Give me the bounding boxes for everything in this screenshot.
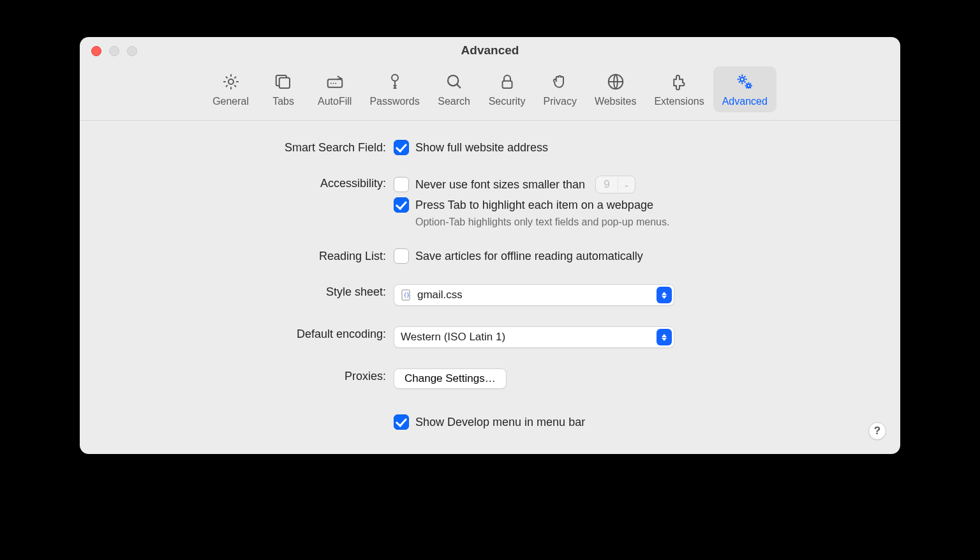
- window-title: Advanced: [80, 37, 900, 57]
- tab-label: Passwords: [369, 96, 419, 107]
- tab-websites[interactable]: Websites: [586, 66, 646, 112]
- checkbox-label: Press Tab to highlight each item on a we…: [415, 199, 653, 212]
- tab-label: Search: [438, 96, 470, 107]
- row-develop: Show Develop menu in menu bar: [99, 414, 881, 430]
- svg-point-5: [335, 83, 336, 84]
- svg-point-3: [330, 83, 331, 84]
- close-window-button[interactable]: [91, 46, 101, 56]
- tab-label: Privacy: [543, 96, 576, 107]
- encoding-popup[interactable]: Western (ISO Latin 1): [394, 326, 674, 348]
- window-controls: [91, 46, 137, 56]
- row-reading-list: Reading List: Save articles for offline …: [99, 248, 881, 264]
- row-proxies: Proxies: Change Settings…: [99, 368, 881, 389]
- titlebar: Advanced: [80, 37, 900, 61]
- stylesheet-value: gmail.css: [417, 289, 463, 301]
- gears-icon: [733, 70, 756, 93]
- svg-rect-8: [502, 81, 512, 88]
- row-stylesheet: Style sheet: {} gmail.css: [99, 284, 881, 306]
- tab-label: Advanced: [722, 96, 768, 107]
- tab-security[interactable]: Security: [480, 66, 535, 112]
- tab-search[interactable]: Search: [429, 66, 480, 112]
- tab-passwords[interactable]: Passwords: [360, 66, 428, 112]
- advanced-pane: Smart Search Field: Show full website ad…: [80, 121, 900, 454]
- svg-point-7: [448, 75, 458, 86]
- popup-arrows-icon: [657, 287, 672, 303]
- label-accessibility: Accessibility:: [99, 176, 392, 190]
- tabs-icon: [272, 70, 295, 93]
- label-stylesheet: Style sheet:: [99, 284, 392, 299]
- tab-tabs[interactable]: Tabs: [258, 66, 309, 112]
- svg-point-6: [392, 75, 398, 81]
- checkbox-develop-menu[interactable]: [394, 414, 409, 430]
- tab-extensions[interactable]: Extensions: [645, 66, 713, 112]
- svg-point-10: [740, 77, 744, 81]
- tab-autofill[interactable]: AutoFill: [309, 66, 360, 112]
- accessibility-hint: Option-Tab highlights only text fields a…: [415, 216, 881, 228]
- encoding-value: Western (ISO Latin 1): [401, 331, 505, 344]
- label-smart-search: Smart Search Field:: [99, 140, 392, 155]
- tab-privacy[interactable]: Privacy: [534, 66, 585, 112]
- css-file-icon: {}: [401, 289, 412, 301]
- tab-label: Tabs: [272, 96, 294, 107]
- tab-label: General: [212, 96, 249, 107]
- tab-label: Websites: [595, 96, 637, 107]
- svg-point-11: [747, 84, 750, 87]
- preferences-toolbar: General Tabs AutoFill Passwords Search: [80, 61, 900, 121]
- checkbox-offline-reading[interactable]: [394, 248, 409, 264]
- change-proxy-settings-button[interactable]: Change Settings…: [394, 368, 507, 389]
- label-proxies: Proxies:: [99, 368, 392, 383]
- magnifier-icon: [443, 70, 466, 93]
- checkbox-tab-highlight[interactable]: [394, 197, 409, 213]
- chevron-down-icon: ⌄: [618, 178, 635, 191]
- stepper-value: 9: [596, 176, 617, 193]
- svg-rect-2: [327, 79, 342, 87]
- preferences-window: Advanced General Tabs AutoFill Passwords: [80, 37, 900, 454]
- gear-icon: [219, 70, 242, 93]
- checkbox-label: Show Develop menu in menu bar: [415, 416, 585, 429]
- minimize-window-button[interactable]: [109, 46, 119, 56]
- checkbox-label: Save articles for offline reading automa…: [415, 250, 643, 263]
- hand-icon: [549, 70, 572, 93]
- key-icon: [383, 70, 406, 93]
- checkbox-show-full-address[interactable]: [394, 140, 409, 155]
- row-accessibility: Accessibility: Never use font sizes smal…: [99, 176, 881, 228]
- checkbox-label: Show full website address: [415, 141, 548, 155]
- zoom-window-button[interactable]: [127, 46, 137, 56]
- tab-label: Security: [489, 96, 526, 107]
- tab-label: AutoFill: [318, 96, 352, 107]
- autofill-icon: [323, 70, 346, 93]
- stylesheet-popup[interactable]: {} gmail.css: [394, 284, 674, 306]
- svg-rect-1: [279, 78, 290, 88]
- help-button[interactable]: ?: [868, 422, 886, 440]
- puzzle-icon: [668, 70, 691, 93]
- row-encoding: Default encoding: Western (ISO Latin 1): [99, 326, 881, 348]
- tab-general[interactable]: General: [204, 66, 258, 112]
- svg-text:{}: {}: [404, 292, 410, 298]
- checkbox-min-font-size[interactable]: [394, 177, 409, 192]
- label-encoding: Default encoding:: [99, 326, 392, 341]
- tab-label: Extensions: [654, 96, 704, 107]
- row-smart-search: Smart Search Field: Show full website ad…: [99, 140, 881, 155]
- globe-icon: [604, 70, 627, 93]
- popup-arrows-icon: [657, 329, 672, 345]
- checkbox-label: Never use font sizes smaller than: [415, 178, 585, 192]
- svg-point-4: [332, 83, 334, 84]
- min-font-size-stepper[interactable]: 9 ⌄: [595, 176, 635, 193]
- tab-advanced[interactable]: Advanced: [713, 66, 776, 112]
- label-reading-list: Reading List:: [99, 248, 392, 263]
- svg-point-0: [228, 79, 234, 84]
- lock-icon: [496, 70, 519, 93]
